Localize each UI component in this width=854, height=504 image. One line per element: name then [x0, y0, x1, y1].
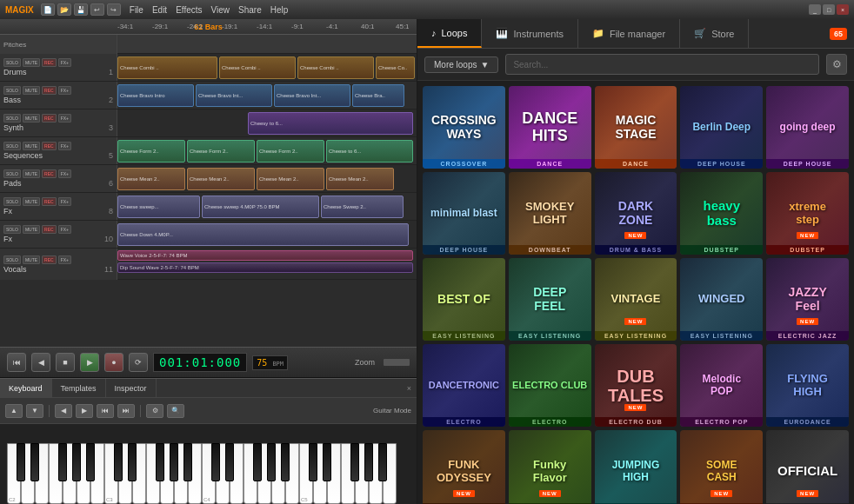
pack-xtreme[interactable]: NEW xtremestep DUBSTEP: [766, 172, 849, 255]
record-button[interactable]: ●: [104, 353, 123, 372]
mute-btn-3[interactable]: MUTE: [23, 114, 40, 123]
menu-share[interactable]: Share: [238, 5, 262, 15]
search-field[interactable]: Search...: [505, 54, 819, 75]
loop-button[interactable]: ⟳: [129, 353, 148, 372]
kbd-prev-btn[interactable]: ◀: [55, 404, 72, 418]
key-gs2[interactable]: [72, 443, 81, 481]
tab-templates[interactable]: Templates: [52, 379, 106, 397]
kbd-up-btn[interactable]: ▲: [5, 404, 23, 418]
fx-btn-vocals[interactable]: FX+: [58, 255, 71, 264]
mute-btn-pads[interactable]: MUTE: [23, 169, 40, 178]
clip[interactable]: Cheese sweep 4.M0P 75.0 BPM: [202, 196, 319, 218]
key-fs2[interactable]: [58, 443, 67, 481]
key-ds4[interactable]: [225, 443, 234, 481]
tab-inspector[interactable]: Inspector: [106, 379, 157, 397]
pack-melodic[interactable]: MelodicPOP ELECTRO POP: [680, 344, 763, 427]
settings-button[interactable]: ⚙: [826, 54, 847, 75]
kbd-down-btn[interactable]: ▼: [26, 404, 43, 418]
fx-btn-3[interactable]: FX+: [58, 114, 71, 123]
rec-btn-fx8[interactable]: REC: [42, 197, 57, 206]
pack-some[interactable]: NEW SOMECASH HIP HOP: [680, 430, 763, 504]
clip[interactable]: Cheese Combi ..: [219, 56, 296, 79]
pack-berlin[interactable]: Berlin Deep DEEP HOUSE: [680, 86, 763, 169]
solo-btn-fx10[interactable]: SOLO: [3, 225, 21, 234]
pack-official[interactable]: NEW OFFICIAL HIP HOP: [766, 430, 849, 504]
toolbar-icon-open[interactable]: 📂: [57, 3, 71, 16]
key-ds2[interactable]: [30, 443, 39, 481]
solo-btn-seq[interactable]: SOLO: [3, 142, 21, 150]
toolbar-icon-new[interactable]: 📄: [41, 3, 55, 16]
play-button[interactable]: ▶: [80, 353, 99, 372]
mute-btn-2[interactable]: MUTE: [23, 86, 40, 95]
clip[interactable]: Cheese Mean 2..: [257, 168, 324, 190]
stop-button[interactable]: ■: [56, 353, 75, 372]
key-gs4[interactable]: [267, 443, 276, 481]
track-clips-vocals[interactable]: Wave Voice 2-5-F-7: 74 BPM Dip Sound Wav…: [117, 249, 417, 279]
toolbar-icon-undo[interactable]: ↩: [90, 3, 104, 16]
clip[interactable]: Cheese Co..: [376, 56, 415, 79]
menu-help[interactable]: Help: [270, 5, 289, 15]
mute-btn-fx8[interactable]: MUTE: [23, 197, 40, 206]
maximize-button[interactable]: □: [823, 4, 835, 15]
clip[interactable]: Cheese Mean 2..: [117, 168, 185, 190]
solo-btn-pads[interactable]: SOLO: [3, 169, 21, 178]
pack-dance2[interactable]: DANCETRONIC ELECTRO: [423, 344, 505, 427]
key-as3[interactable]: [183, 443, 192, 481]
clip[interactable]: Cheese Mean 2..: [187, 168, 255, 190]
clip[interactable]: Cheese sweep...: [117, 196, 200, 218]
clip[interactable]: Cheese Combi ..: [117, 56, 217, 79]
mute-btn-1[interactable]: MUTE: [23, 58, 40, 67]
kbd-settings-btn[interactable]: ⚙: [146, 404, 163, 418]
kbd-zoom-btn[interactable]: 🔍: [167, 404, 184, 418]
solo-btn-2[interactable]: SOLO: [3, 86, 21, 95]
mute-btn-seq[interactable]: MUTE: [23, 142, 40, 150]
key-fs5[interactable]: [350, 443, 359, 481]
fx-btn-seq[interactable]: FX+: [58, 142, 71, 150]
key-ds3[interactable]: [128, 443, 137, 481]
kbd-end-btn[interactable]: ⏭: [117, 404, 135, 418]
fx-btn-pads[interactable]: FX+: [58, 169, 71, 178]
pack-electro[interactable]: ELECTRO CLUB ELECTRO: [509, 344, 591, 427]
rec-btn-seq[interactable]: REC: [42, 142, 57, 150]
pack-heavy[interactable]: heavybass DUBSTEP: [680, 172, 763, 255]
pack-jazzy[interactable]: NEW JAZZYFeel ELECTRIC JAZZ: [766, 258, 849, 341]
rec-btn-2[interactable]: REC: [42, 86, 57, 95]
key-cs4[interactable]: [211, 443, 220, 481]
kbd-start-btn[interactable]: ⏮: [97, 404, 114, 418]
pack-minimal[interactable]: minimal blast DEEP HOUSE: [423, 172, 505, 255]
mute-btn-fx10[interactable]: MUTE: [23, 225, 40, 234]
solo-btn-vocals[interactable]: SOLO: [3, 255, 21, 264]
toolbar-icon-redo[interactable]: ↪: [107, 3, 121, 16]
menu-file[interactable]: File: [130, 5, 143, 15]
key-fs4[interactable]: [253, 443, 262, 481]
close-button[interactable]: ×: [837, 4, 849, 15]
pack-funky[interactable]: NEW FunkyFlavor FUNK: [509, 430, 591, 504]
key-ds5[interactable]: [323, 443, 331, 481]
clip[interactable]: Cheese to 6...: [326, 140, 413, 162]
fx-btn-fx8[interactable]: FX+: [58, 197, 71, 206]
clip[interactable]: Cheesy to 6...: [248, 112, 413, 135]
tab-loops[interactable]: ♪ Loops: [417, 19, 482, 48]
clip[interactable]: Cheese Down 4.M0P...: [117, 223, 409, 246]
pack-jumping[interactable]: JUMPINGHIGH HARDSTYLE: [595, 430, 677, 504]
track-clips-fx10[interactable]: Cheese Down 4.M0P...: [117, 221, 417, 248]
pack-going[interactable]: going deep DEEP HOUSE: [766, 86, 849, 169]
pack-bestof[interactable]: BEST OF EASY LISTENING: [423, 258, 505, 341]
key-as5[interactable]: [378, 443, 387, 481]
key-as4[interactable]: [281, 443, 290, 481]
track-clips-2[interactable]: Cheese Bravo Intro Cheese Bravo Int... C…: [117, 82, 417, 109]
pack-flying[interactable]: FLYINGHIGH EURODANCE: [766, 344, 849, 427]
track-clips-seq[interactable]: Cheese Form 2.. Cheese Form 2.. Cheese F…: [117, 137, 417, 164]
solo-btn-3[interactable]: SOLO: [3, 114, 21, 123]
pack-dance[interactable]: DANCEHITS DANCE: [509, 86, 591, 169]
back-button[interactable]: ◀: [31, 353, 50, 372]
pack-vintage[interactable]: NEW VINTAGE EASY LISTENING: [595, 258, 677, 341]
clip[interactable]: Cheese Bravo Int...: [274, 84, 350, 107]
clip[interactable]: Dip Sound Wave 2-5-F-7: 74 BPM: [117, 262, 413, 273]
pack-crossing[interactable]: CROSSINGWAYS CROSSOVER: [423, 86, 505, 169]
keyboard-close-btn[interactable]: ×: [402, 384, 417, 393]
rec-btn-1[interactable]: REC: [42, 58, 57, 67]
tab-instruments[interactable]: 🎹 Instruments: [482, 19, 577, 48]
more-loops-button[interactable]: More loops ▼: [424, 56, 498, 73]
pack-winged[interactable]: WINGED EASY LISTENING: [680, 258, 763, 341]
